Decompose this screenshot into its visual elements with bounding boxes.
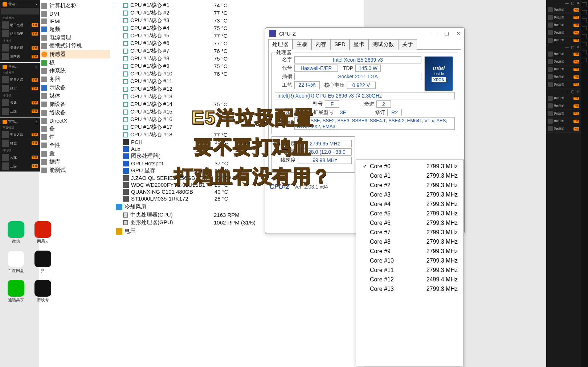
right-game-row[interactable]: 我的王朝下载	[546, 102, 581, 110]
desktop-icon[interactable]: 剪映专	[32, 280, 54, 303]
game-row[interactable]: 绝世仙王下载	[1, 29, 39, 38]
right-game-row[interactable]: 我的王朝下载	[546, 66, 581, 73]
tree-item[interactable]: 超频	[39, 25, 110, 33]
core-row[interactable]: Core #122499.4 MHz	[356, 275, 464, 284]
right-game-row[interactable]: 我的王朝下载	[546, 125, 581, 133]
sensor-checkbox[interactable]	[123, 18, 128, 23]
cpuz-tab[interactable]: 内存	[311, 39, 330, 50]
game-row[interactable]: 明日之后下载	[1, 130, 39, 139]
core-row[interactable]: Core #102799.3 MHz	[356, 256, 464, 265]
core-row[interactable]: ✓Core #02799.3 MHz	[356, 161, 464, 171]
sensor-checkbox[interactable]	[123, 87, 128, 92]
tree-item[interactable]: 电源管理	[39, 33, 110, 42]
tree-item[interactable]: 全性	[39, 141, 110, 149]
cpuz-tab[interactable]: 显卡	[350, 39, 368, 50]
right-game-row[interactable]: 我的王朝下载	[546, 37, 581, 44]
sensor-checkbox[interactable]	[123, 220, 128, 225]
mini-window-controls[interactable]: —▢✕	[546, 0, 581, 6]
tree-item[interactable]: DirectX	[39, 117, 110, 124]
right-game-row[interactable]: 我的王朝下载	[546, 58, 581, 66]
tool-icon[interactable]	[582, 42, 587, 47]
right-game-row[interactable]: 我的王朝下载	[546, 50, 581, 58]
sensor-checkbox[interactable]	[123, 213, 128, 218]
sensor-checkbox[interactable]	[123, 102, 128, 107]
launcher-tab[interactable]: 雷电...×	[1, 119, 39, 125]
desktop-icon[interactable]: 抖	[32, 251, 54, 273]
cpuz-tab[interactable]: 处理器	[268, 39, 293, 50]
close-button[interactable]: ✕	[456, 30, 461, 36]
game-row[interactable]: 天龙八部下载	[1, 44, 39, 52]
cpuz-tab[interactable]: 关于	[398, 39, 417, 50]
game-row[interactable]: 明日之后下载	[1, 21, 39, 29]
game-row[interactable]: 天龙下载	[1, 98, 39, 107]
tool-icon[interactable]	[582, 34, 587, 39]
tool-icon[interactable]	[582, 2, 587, 7]
sensor-row[interactable]: CPU #1/核心 #277 °C	[110, 9, 364, 17]
launcher-tab[interactable]: 雷电...×	[1, 1, 39, 7]
tool-icon[interactable]	[582, 26, 587, 31]
right-game-row[interactable]: 我的王朝下载	[546, 6, 581, 14]
sensor-checkbox[interactable]	[123, 56, 128, 61]
tree-item[interactable]: 据库	[39, 158, 110, 166]
tree-item[interactable]: 计算机名称	[39, 1, 110, 10]
right-game-row[interactable]: 我的王朝下载	[546, 21, 581, 29]
core-row[interactable]: Core #42799.3 MHz	[356, 199, 464, 209]
cpuz-tab[interactable]: SPD	[330, 39, 350, 50]
cpuz-tab[interactable]: 测试分数	[368, 39, 398, 50]
game-row[interactable]: 三国志下载	[1, 52, 39, 61]
tree-item[interactable]: 作系统	[39, 67, 110, 75]
game-row[interactable]: 三国下载	[1, 107, 39, 116]
sensor-checkbox[interactable]	[123, 71, 128, 77]
desktop-icon[interactable]: 通话共享	[5, 280, 27, 303]
core-row[interactable]: Core #72799.3 MHz	[356, 228, 464, 237]
core-list-dropdown[interactable]: ✓Core #02799.3 MHzCore #12799.3 MHzCore …	[356, 160, 464, 366]
sensor-checkbox[interactable]	[123, 117, 128, 122]
tree-item[interactable]: 络设备	[39, 108, 110, 117]
tool-icon[interactable]	[582, 50, 587, 55]
game-row[interactable]: 绝世下载	[1, 84, 39, 93]
tree-item[interactable]: IPMI	[39, 17, 110, 25]
tree-item[interactable]: 备	[39, 124, 110, 133]
sensor-checkbox[interactable]	[123, 26, 128, 31]
tree-item[interactable]: 传感器	[39, 50, 110, 58]
cpuz-titlebar[interactable]: CPU-Z — ▢ ✕	[265, 28, 464, 39]
tree-item[interactable]: 便携式计算机	[39, 42, 110, 50]
sensor-row[interactable]: CPU #1/核心 #373 °C	[110, 17, 364, 24]
tree-item[interactable]: 示设备	[39, 83, 110, 92]
tool-icon[interactable]	[582, 18, 587, 23]
tree-item[interactable]: 能测试	[39, 166, 110, 174]
core-row[interactable]: Core #32799.3 MHz	[356, 190, 464, 199]
sensor-checkbox[interactable]	[123, 11, 128, 16]
game-row[interactable]: 天龙下载	[1, 153, 39, 162]
tool-icon[interactable]	[582, 10, 587, 15]
maximize-button[interactable]: ▢	[444, 30, 449, 36]
game-row[interactable]: 三国下载	[1, 162, 39, 170]
core-row[interactable]: Core #12799.3 MHz	[356, 171, 464, 181]
sensor-checkbox[interactable]	[123, 41, 128, 46]
core-row[interactable]: Core #52799.3 MHz	[356, 209, 464, 218]
desktop-icon[interactable]: 微信	[5, 221, 27, 244]
right-game-row[interactable]: 我的王朝下载	[546, 95, 581, 102]
sensor-checkbox[interactable]	[123, 125, 128, 130]
sensor-checkbox[interactable]	[123, 110, 128, 115]
sensor-row[interactable]: CPU #1/核心 #174 °C	[110, 1, 364, 9]
tree-item[interactable]: 板	[39, 58, 110, 67]
right-game-row[interactable]: 我的王朝下载	[546, 110, 581, 117]
core-row[interactable]: Core #22799.3 MHz	[356, 181, 464, 190]
tool-icon[interactable]	[582, 58, 587, 63]
game-row[interactable]: 绝世下载	[1, 139, 39, 148]
sensor-checkbox[interactable]	[123, 132, 128, 137]
game-row[interactable]: 明日之后下载	[1, 75, 39, 84]
tree-item[interactable]: 储设备	[39, 100, 110, 108]
right-game-row[interactable]: 我的王朝下载	[546, 81, 581, 88]
sensor-checkbox[interactable]	[123, 49, 128, 54]
core-row[interactable]: Core #92799.3 MHz	[356, 247, 464, 256]
right-game-row[interactable]: 我的王朝下载	[546, 29, 581, 37]
cpuz-tab[interactable]: 主板	[293, 39, 311, 50]
core-row[interactable]: Core #112799.3 MHz	[356, 265, 464, 275]
core-row[interactable]: Core #82799.3 MHz	[356, 237, 464, 247]
tree-item[interactable]: DMI	[39, 10, 110, 17]
desktop-icon[interactable]: 网易云	[32, 221, 54, 244]
sensor-checkbox[interactable]	[123, 94, 128, 99]
mini-window-controls[interactable]: —▢✕	[546, 88, 581, 95]
